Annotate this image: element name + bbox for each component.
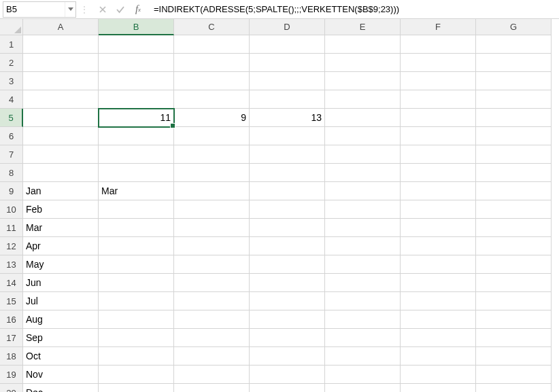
cell-G11[interactable]: [476, 219, 552, 237]
cell-E19[interactable]: [325, 366, 401, 384]
cell-C4[interactable]: [174, 90, 250, 109]
cell-C8[interactable]: [174, 164, 250, 182]
cell-G17[interactable]: [476, 329, 552, 347]
row-header-1[interactable]: 1: [0, 35, 23, 54]
cell-B14[interactable]: [99, 274, 174, 292]
cell-E16[interactable]: [325, 310, 401, 329]
row-header-2[interactable]: 2: [0, 54, 23, 72]
cell-A15[interactable]: Jul: [23, 292, 99, 310]
cell-E6[interactable]: [325, 127, 401, 145]
row-header-15[interactable]: 15: [0, 292, 23, 310]
cell-A10[interactable]: Feb: [23, 200, 99, 219]
cell-G14[interactable]: [476, 274, 552, 292]
cell-C7[interactable]: [174, 145, 250, 164]
cell-B10[interactable]: [99, 200, 174, 219]
cell-C3[interactable]: [174, 72, 250, 90]
cell-A4[interactable]: [23, 90, 99, 109]
cell-B2[interactable]: [99, 54, 174, 72]
col-header-A[interactable]: A: [23, 19, 99, 35]
cell-B11[interactable]: [99, 219, 174, 237]
col-header-B[interactable]: B: [99, 19, 174, 35]
cell-G20[interactable]: [476, 384, 552, 392]
cell-B8[interactable]: [99, 164, 174, 182]
col-header-C[interactable]: C: [174, 19, 250, 35]
cell-C14[interactable]: [174, 274, 250, 292]
cell-C15[interactable]: [174, 292, 250, 310]
cell-G18[interactable]: [476, 347, 552, 366]
cell-E18[interactable]: [325, 347, 401, 366]
cell-E17[interactable]: [325, 329, 401, 347]
cell-B9[interactable]: Mar: [99, 182, 174, 200]
cell-E12[interactable]: [325, 237, 401, 255]
cell-G8[interactable]: [476, 164, 552, 182]
cancel-icon[interactable]: [97, 3, 109, 16]
row-header-4[interactable]: 4: [0, 90, 23, 109]
cell-C10[interactable]: [174, 200, 250, 219]
cell-G16[interactable]: [476, 310, 552, 329]
cell-G10[interactable]: [476, 200, 552, 219]
cell-D19[interactable]: [250, 366, 325, 384]
cell-F20[interactable]: [401, 384, 476, 392]
cell-C13[interactable]: [174, 255, 250, 274]
cell-B6[interactable]: [99, 127, 174, 145]
cell-D15[interactable]: [250, 292, 325, 310]
cell-F7[interactable]: [401, 145, 476, 164]
cell-A5[interactable]: [23, 109, 99, 127]
col-header-D[interactable]: D: [250, 19, 325, 35]
cell-A1[interactable]: [23, 35, 99, 54]
cell-A12[interactable]: Apr: [23, 237, 99, 255]
cell-D9[interactable]: [250, 182, 325, 200]
cell-F11[interactable]: [401, 219, 476, 237]
cell-G9[interactable]: [476, 182, 552, 200]
enter-icon[interactable]: [114, 3, 126, 16]
cell-D12[interactable]: [250, 237, 325, 255]
cell-E8[interactable]: [325, 164, 401, 182]
row-header-3[interactable]: 3: [0, 72, 23, 90]
cell-D5[interactable]: 13: [250, 109, 325, 127]
insert-function-icon[interactable]: fx: [132, 3, 144, 16]
cell-B13[interactable]: [99, 255, 174, 274]
cell-D7[interactable]: [250, 145, 325, 164]
row-header-19[interactable]: 19: [0, 366, 23, 384]
cell-C19[interactable]: [174, 366, 250, 384]
cell-G4[interactable]: [476, 90, 552, 109]
cell-A14[interactable]: Jun: [23, 274, 99, 292]
row-header-10[interactable]: 10: [0, 200, 23, 219]
cell-C20[interactable]: [174, 384, 250, 392]
cell-C6[interactable]: [174, 127, 250, 145]
cell-B19[interactable]: [99, 366, 174, 384]
cell-G19[interactable]: [476, 366, 552, 384]
cell-F13[interactable]: [401, 255, 476, 274]
cell-A11[interactable]: Mar: [23, 219, 99, 237]
cell-C12[interactable]: [174, 237, 250, 255]
cell-G13[interactable]: [476, 255, 552, 274]
cell-E3[interactable]: [325, 72, 401, 90]
select-all-corner[interactable]: [0, 19, 23, 35]
cell-F16[interactable]: [401, 310, 476, 329]
row-header-6[interactable]: 6: [0, 127, 23, 145]
cell-C9[interactable]: [174, 182, 250, 200]
cell-B18[interactable]: [99, 347, 174, 366]
row-header-7[interactable]: 7: [0, 145, 23, 164]
cell-F1[interactable]: [401, 35, 476, 54]
cell-D4[interactable]: [250, 90, 325, 109]
cell-E14[interactable]: [325, 274, 401, 292]
cell-F9[interactable]: [401, 182, 476, 200]
cell-A3[interactable]: [23, 72, 99, 90]
cell-A6[interactable]: [23, 127, 99, 145]
cell-D2[interactable]: [250, 54, 325, 72]
cell-B17[interactable]: [99, 329, 174, 347]
row-header-20[interactable]: 20: [0, 384, 23, 392]
cell-E2[interactable]: [325, 54, 401, 72]
cell-F19[interactable]: [401, 366, 476, 384]
cell-D3[interactable]: [250, 72, 325, 90]
cell-F2[interactable]: [401, 54, 476, 72]
col-header-E[interactable]: E: [325, 19, 401, 35]
cell-D18[interactable]: [250, 347, 325, 366]
cell-E11[interactable]: [325, 219, 401, 237]
cell-E13[interactable]: [325, 255, 401, 274]
cell-B12[interactable]: [99, 237, 174, 255]
cell-F8[interactable]: [401, 164, 476, 182]
cell-A9[interactable]: Jan: [23, 182, 99, 200]
cell-F15[interactable]: [401, 292, 476, 310]
